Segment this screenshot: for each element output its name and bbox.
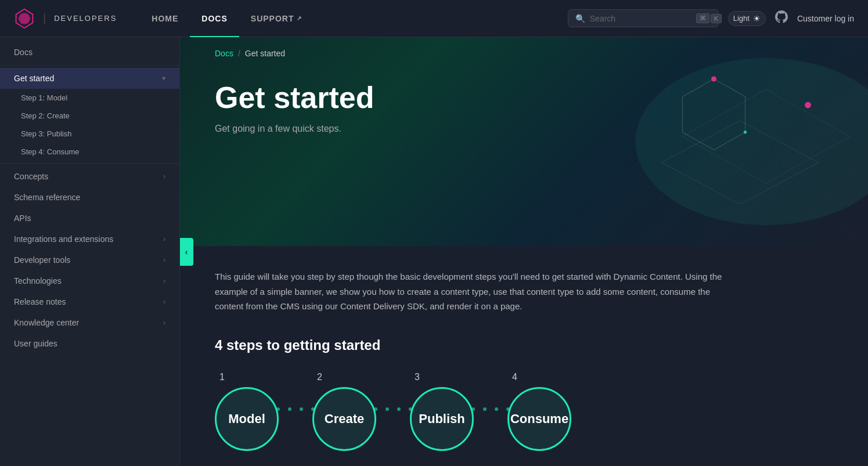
chevron-right-icon-5: › — [163, 298, 165, 306]
step-model-circle: Model — [215, 387, 279, 451]
nav-docs[interactable]: DOCS — [190, 0, 239, 37]
github-icon[interactable] — [775, 10, 788, 27]
chevron-right-icon-6: › — [163, 319, 165, 327]
step-publish-circle: Publish — [410, 387, 474, 451]
connector-dot — [409, 407, 412, 411]
chevron-down-icon: ▾ — [162, 74, 165, 82]
breadcrumb: Docs / Get started — [180, 37, 868, 70]
steps-diagram: 1 Model — [215, 372, 833, 451]
nav-links: HOME DOCS SUPPORT ↗ — [140, 0, 567, 37]
step-consume[interactable]: 4 Consume — [507, 372, 571, 451]
sidebar-sub-items: Step 1: Model Step 2: Create Step 3: Pub… — [0, 89, 179, 161]
nav-support[interactable]: SUPPORT ↗ — [239, 0, 314, 37]
sidebar-item-knowledge-center[interactable]: Knowledge center › — [0, 312, 179, 333]
logo-text: DEVELOPERS — [54, 14, 117, 23]
step-model-label: Model — [228, 411, 265, 427]
connector-dot — [471, 407, 475, 411]
external-link-icon: ↗ — [297, 15, 302, 21]
sidebar-item-integrations[interactable]: Integrations and extensions › — [0, 229, 179, 250]
step-publish-number: 3 — [415, 372, 420, 382]
page-title: Get started — [215, 81, 833, 114]
sidebar-item-docs[interactable]: Docs — [0, 42, 179, 63]
intro-paragraph: This guide will take you step by step th… — [215, 269, 737, 314]
amplience-logo — [14, 8, 35, 29]
sidebar-section: Docs Get started ▾ Step 1: Model Step 2:… — [0, 37, 179, 359]
nav-home[interactable]: HOME — [140, 0, 190, 37]
breadcrumb-current: Get started — [245, 49, 285, 58]
step-connector-2-3 — [374, 407, 412, 416]
step-publish-label: Publish — [419, 411, 464, 427]
connector-dot — [276, 407, 280, 411]
theme-label: Light — [733, 14, 750, 23]
connector-dot — [300, 407, 303, 411]
sidebar-sub-item-step-model[interactable]: Step 1: Model — [0, 89, 179, 107]
chevron-right-icon-3: › — [163, 256, 165, 264]
breadcrumb-docs-link[interactable]: Docs — [215, 49, 233, 58]
step-consume-label: Consume — [510, 411, 568, 427]
chevron-right-icon-2: › — [163, 235, 165, 243]
sidebar-collapse-button[interactable]: ‹ — [180, 238, 193, 266]
connector-dot — [311, 407, 315, 411]
search-box[interactable]: 🔍 ⌘ K — [568, 9, 719, 27]
hero-section: Docs / Get started Get started Get going… — [180, 37, 868, 246]
hero-subtitle: Get going in a few quick steps. — [215, 124, 833, 134]
connector-dot — [506, 407, 510, 411]
logo-area: | DEVELOPERS — [14, 8, 117, 29]
step-model-number: 1 — [219, 372, 225, 382]
sidebar-item-get-started[interactable]: Get started ▾ — [0, 68, 179, 89]
sidebar-item-user-guides[interactable]: User guides — [0, 333, 179, 354]
breadcrumb-separator: / — [238, 49, 240, 58]
connector-dot — [374, 407, 377, 411]
sidebar-item-technologies[interactable]: Technologies › — [0, 270, 179, 291]
sidebar-sub-item-step-consume[interactable]: Step 4: Consume — [0, 143, 179, 161]
main-layout: Docs Get started ▾ Step 1: Model Step 2:… — [0, 37, 868, 466]
step-create-label: Create — [325, 411, 364, 427]
sidebar-item-release-notes[interactable]: Release notes › — [0, 291, 179, 312]
connector-dot — [288, 407, 291, 411]
step-model[interactable]: 1 Model — [215, 372, 279, 451]
step-publish[interactable]: 3 Publish — [410, 372, 474, 451]
connector-dot — [386, 407, 389, 411]
sidebar-divider — [0, 65, 179, 66]
steps-title: 4 steps to getting started — [215, 337, 833, 353]
sidebar-sub-item-step-create[interactable]: Step 2: Create — [0, 107, 179, 125]
search-input[interactable] — [590, 14, 691, 23]
step-connector-3-4 — [471, 407, 510, 416]
connector-dot — [483, 407, 487, 411]
logo-divider: | — [43, 12, 46, 25]
chevron-right-icon: › — [163, 172, 165, 180]
step-consume-circle: Consume — [507, 387, 571, 451]
hero-content: Get started Get going in a few quick ste… — [180, 70, 868, 157]
sidebar-sub-item-step-publish[interactable]: Step 3: Publish — [0, 125, 179, 143]
top-navigation: | DEVELOPERS HOME DOCS SUPPORT ↗ 🔍 ⌘ K L… — [0, 0, 868, 37]
connector-dot — [397, 407, 401, 411]
svg-marker-2 — [18, 13, 31, 24]
main-content: This guide will take you step by step th… — [180, 246, 868, 466]
search-icon: 🔍 — [575, 14, 585, 23]
step-create-number: 2 — [317, 372, 322, 382]
search-shortcut: ⌘ K — [696, 13, 722, 23]
chevron-right-icon-4: › — [163, 277, 165, 285]
content-area: ‹ Docs / Get started — [180, 37, 868, 466]
sidebar-item-concepts[interactable]: Concepts › — [0, 166, 179, 187]
customer-login-link[interactable]: Customer log in — [797, 14, 854, 23]
theme-toggle[interactable]: Light ☀ — [728, 11, 766, 26]
sidebar: Docs Get started ▾ Step 1: Model Step 2:… — [0, 37, 180, 466]
sidebar-item-dev-tools[interactable]: Developer tools › — [0, 250, 179, 270]
sidebar-divider-2 — [0, 163, 179, 164]
step-create[interactable]: 2 Create — [312, 372, 376, 451]
sidebar-item-apis[interactable]: APIs — [0, 208, 179, 229]
nav-right: 🔍 ⌘ K Light ☀ Customer log in — [568, 9, 854, 27]
connector-dot — [495, 407, 498, 411]
theme-icon: ☀ — [753, 14, 761, 23]
step-consume-number: 4 — [512, 372, 517, 382]
step-create-circle: Create — [312, 387, 376, 451]
step-connector-1-2 — [276, 407, 315, 416]
sidebar-item-schema-ref[interactable]: Schema reference — [0, 187, 179, 208]
